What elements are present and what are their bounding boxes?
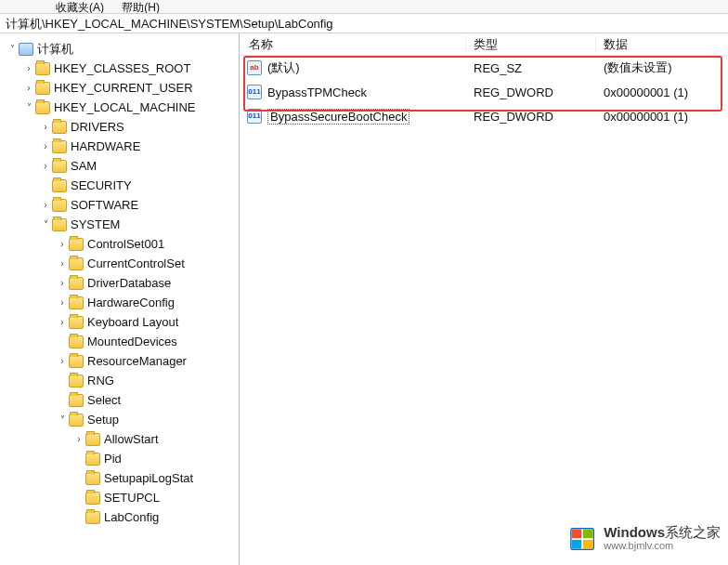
- folder-icon: [52, 121, 67, 134]
- folder-icon: [69, 355, 84, 368]
- value-type: REG_DWORD: [466, 85, 596, 99]
- chevron-right-icon[interactable]: ›: [22, 63, 35, 73]
- chevron-right-icon[interactable]: ›: [39, 161, 52, 171]
- col-header-type[interactable]: 类型: [466, 36, 596, 53]
- tree-label: Select: [87, 393, 121, 407]
- values-list[interactable]: 名称 类型 数据 ab(默认)REG_SZ(数值未设置)011BypassTPM…: [240, 33, 728, 565]
- tree-label: Keyboard Layout: [87, 315, 178, 329]
- folder-icon: [85, 492, 100, 505]
- value-name: BypassSecureBootCheck: [267, 110, 466, 124]
- col-header-data[interactable]: 数据: [596, 36, 728, 53]
- tree-item-setupcl[interactable]: SETUPCL: [0, 488, 239, 507]
- tree-item-hkey-classes-root[interactable]: ›HKEY_CLASSES_ROOT: [0, 59, 239, 78]
- list-row[interactable]: 011BypassSecureBootCheckREG_DWORD0x00000…: [240, 104, 728, 128]
- tree-label: HKEY_LOCAL_MACHINE: [54, 100, 195, 114]
- tree-label: SETUPCL: [104, 491, 160, 505]
- folder-icon: [35, 62, 50, 75]
- folder-icon: [69, 296, 84, 309]
- tree-item-rng[interactable]: RNG: [0, 371, 239, 390]
- watermark-text: Windows系统之家 www.bjmlv.com: [604, 526, 721, 552]
- chevron-down-icon[interactable]: ˅: [22, 102, 35, 112]
- watermark: Windows系统之家 www.bjmlv.com: [563, 522, 728, 556]
- chevron-right-icon[interactable]: ›: [56, 239, 69, 249]
- value-name: BypassTPMCheck: [267, 85, 466, 99]
- tree-root-computer[interactable]: ˅ 计算机: [0, 39, 239, 59]
- chevron-down-icon[interactable]: ˅: [39, 219, 52, 230]
- tree-item-pid[interactable]: Pid: [0, 449, 239, 468]
- tree-item-security[interactable]: SECURITY: [0, 176, 239, 195]
- tree-item-labconfig[interactable]: LabConfig: [0, 507, 239, 527]
- tree-item-controlset001[interactable]: ›ControlSet001: [0, 234, 239, 254]
- folder-icon: [69, 316, 84, 329]
- value-name: (默认): [267, 59, 466, 76]
- chevron-right-icon[interactable]: ›: [56, 278, 69, 288]
- folder-icon: [69, 277, 84, 290]
- tree-item-system[interactable]: ˅SYSTEM: [0, 215, 239, 234]
- tree-item-currentcontrolset[interactable]: ›CurrentControlSet: [0, 254, 239, 273]
- menubar[interactable]: 收藏夹(A) 帮助(H): [0, 0, 728, 13]
- tree-item-resourcemanager[interactable]: ›ResourceManager: [0, 351, 239, 371]
- chevron-right-icon[interactable]: ›: [56, 258, 69, 269]
- tree-item-hkey-current-user[interactable]: ›HKEY_CURRENT_USER: [0, 78, 239, 98]
- tree-label: AllowStart: [104, 432, 159, 446]
- windows-logo-icon: [570, 526, 596, 552]
- tree-label: SYSTEM: [71, 217, 120, 231]
- tree-item-hardware[interactable]: ›HARDWARE: [0, 137, 239, 156]
- tree-item-keyboard-layout[interactable]: ›Keyboard Layout: [0, 312, 239, 332]
- tree-label: HardwareConfig: [87, 296, 175, 309]
- chevron-right-icon[interactable]: ›: [56, 297, 69, 308]
- registry-tree[interactable]: ˅ 计算机 ›HKEY_CLASSES_ROOT›HKEY_CURRENT_US…: [0, 33, 240, 565]
- chevron-right-icon[interactable]: ›: [39, 141, 52, 151]
- svg-rect-1: [583, 530, 593, 539]
- tree-label: RNG: [87, 374, 114, 388]
- chevron-right-icon[interactable]: ›: [39, 200, 52, 210]
- value-data: (数值未设置): [596, 59, 728, 76]
- tree-label: 计算机: [37, 41, 73, 58]
- tree-item-select[interactable]: Select: [0, 390, 239, 410]
- chevron-down-icon[interactable]: ˅: [56, 414, 69, 425]
- tree-label: SAM: [71, 159, 97, 173]
- value-data: 0x00000001 (1): [596, 110, 728, 124]
- folder-icon: [69, 394, 84, 407]
- main-pane: ˅ 计算机 ›HKEY_CLASSES_ROOT›HKEY_CURRENT_US…: [0, 33, 728, 565]
- tree-label: Pid: [104, 452, 122, 466]
- tree-item-software[interactable]: ›SOFTWARE: [0, 195, 239, 215]
- folder-icon: [85, 433, 100, 446]
- chevron-right-icon[interactable]: ›: [56, 317, 69, 327]
- col-header-name[interactable]: 名称: [240, 36, 466, 53]
- chevron-right-icon[interactable]: ›: [22, 83, 35, 93]
- tree-item-allowstart[interactable]: ›AllowStart: [0, 429, 239, 449]
- list-header[interactable]: 名称 类型 数据: [240, 33, 728, 56]
- tree-label: Setup: [87, 413, 119, 427]
- tree-label: SECURITY: [71, 178, 132, 192]
- tree-item-sam[interactable]: ›SAM: [0, 156, 239, 176]
- tree-label: MountedDevices: [87, 335, 177, 348]
- tree-label: DRIVERS: [71, 120, 124, 134]
- computer-icon: [19, 43, 33, 56]
- folder-icon: [69, 238, 84, 251]
- tree-item-setup[interactable]: ˅Setup: [0, 410, 239, 429]
- svg-rect-3: [583, 540, 593, 549]
- expander-icon[interactable]: ˅: [6, 44, 19, 54]
- reg-binary-icon: 011: [247, 109, 262, 124]
- chevron-right-icon[interactable]: ›: [39, 122, 52, 132]
- list-row[interactable]: ab(默认)REG_SZ(数值未设置): [240, 56, 728, 80]
- menu-favorites[interactable]: 收藏夹(A): [56, 1, 104, 13]
- tree-item-mounteddevices[interactable]: MountedDevices: [0, 332, 239, 351]
- tree-item-setupapilogstat[interactable]: SetupapiLogStat: [0, 468, 239, 488]
- menu-help[interactable]: 帮助(H): [122, 1, 160, 13]
- tree-item-hkey-local-machine[interactable]: ˅HKEY_LOCAL_MACHINE: [0, 98, 239, 117]
- chevron-right-icon[interactable]: ›: [56, 356, 69, 366]
- list-row[interactable]: 011BypassTPMCheckREG_DWORD0x00000001 (1): [240, 80, 728, 104]
- tree-item-hardwareconfig[interactable]: ›HardwareConfig: [0, 293, 239, 312]
- tree-label: LabConfig: [104, 510, 159, 524]
- tree-item-drivers[interactable]: ›DRIVERS: [0, 117, 239, 137]
- folder-icon: [69, 374, 84, 388]
- chevron-right-icon[interactable]: ›: [72, 434, 85, 444]
- tree-label: SOFTWARE: [71, 198, 138, 212]
- tree-label: HARDWARE: [71, 139, 140, 153]
- svg-rect-2: [572, 540, 582, 549]
- address-bar[interactable]: 计算机\HKEY_LOCAL_MACHINE\SYSTEM\Setup\LabC…: [0, 13, 728, 33]
- tree-item-driverdatabase[interactable]: ›DriverDatabase: [0, 273, 239, 293]
- tree-label: ResourceManager: [87, 354, 187, 368]
